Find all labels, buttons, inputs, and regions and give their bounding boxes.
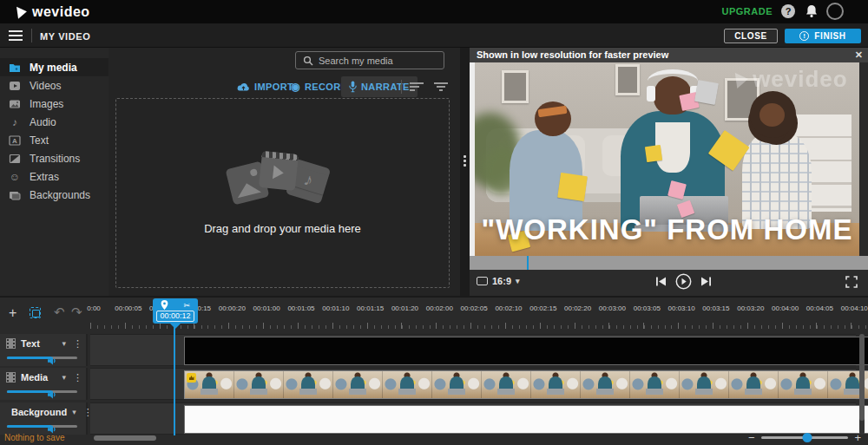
- volume-knob-icon[interactable]: [48, 387, 56, 402]
- ruler-label: 00:00:05: [115, 304, 141, 312]
- sidebar-item-extras[interactable]: ☺ Extras: [0, 167, 108, 186]
- vertical-scrollbar-thumb[interactable]: [859, 334, 865, 421]
- track-header-text: Text ▾ ⋮: [0, 334, 88, 366]
- zoom-in-icon[interactable]: +: [854, 432, 861, 443]
- upgrade-link[interactable]: UPGRADE: [721, 6, 773, 16]
- preview-panel: Shown in low resolution for faster previ…: [470, 48, 868, 296]
- ruler-label: 00:03:10: [668, 304, 695, 312]
- background-clip[interactable]: [184, 405, 868, 434]
- filter-icon[interactable]: [434, 82, 448, 91]
- zoom-slider-thumb[interactable]: [803, 433, 812, 442]
- wevideo-logo[interactable]: wevideo: [17, 4, 90, 20]
- help-icon[interactable]: ?: [781, 4, 795, 18]
- playhead-handle[interactable]: ✂ 00:00:12: [153, 298, 198, 324]
- avatar[interactable]: [826, 3, 844, 20]
- marker-pin-icon[interactable]: [161, 300, 168, 310]
- preview-controls: 16:9 ▾: [470, 270, 868, 296]
- kebab-menu-icon[interactable]: ⋮: [73, 338, 82, 350]
- volume-knob-icon[interactable]: [48, 353, 56, 369]
- preview-seekbar[interactable]: [470, 256, 868, 270]
- track-name: Media: [21, 372, 56, 383]
- sidebar-item-label: Extras: [30, 171, 59, 183]
- sidebar-item-my-media[interactable]: My media: [0, 58, 108, 76]
- track-volume-slider[interactable]: [7, 425, 77, 428]
- kebab-menu-icon[interactable]: ⋮: [73, 372, 82, 383]
- track-film-icon: [6, 372, 16, 383]
- watermark-text: wevideo: [753, 66, 848, 93]
- chevron-down-icon[interactable]: ▾: [72, 408, 76, 416]
- zoom-out-icon[interactable]: −: [748, 432, 755, 443]
- zoom-slider[interactable]: [761, 436, 849, 439]
- cloud-upload-icon: [237, 82, 250, 92]
- fullscreen-icon[interactable]: [845, 276, 858, 291]
- text-clip[interactable]: [184, 337, 868, 365]
- sidebar-item-backgrounds[interactable]: Backgrounds: [0, 186, 108, 204]
- transition-icon: [9, 153, 21, 165]
- media-thumbnail: [482, 371, 531, 398]
- text-icon: A: [9, 134, 21, 147]
- aspect-ratio-selector[interactable]: 16:9 ▾: [477, 276, 520, 286]
- sidebar-item-images[interactable]: Images: [0, 95, 108, 113]
- banner-text: Shown in low resolution for faster previ…: [477, 49, 668, 60]
- track-name: Text: [21, 338, 56, 349]
- split-scissors-icon[interactable]: ✂: [183, 301, 190, 310]
- kebab-menu-icon[interactable]: ⋮: [83, 407, 93, 418]
- seekbar-playhead[interactable]: [527, 256, 529, 270]
- previous-frame-button[interactable]: [655, 276, 667, 287]
- import-button[interactable]: IMPORT: [237, 76, 293, 97]
- bell-icon[interactable]: [806, 4, 818, 22]
- next-frame-button[interactable]: [700, 276, 712, 287]
- close-button[interactable]: CLOSE: [724, 29, 778, 43]
- sidebar-item-label: Videos: [30, 80, 61, 92]
- divider: [31, 29, 32, 43]
- track-header-media: Media ▾ ⋮: [0, 368, 88, 400]
- image-icon: [9, 98, 21, 110]
- track-volume-slider[interactable]: [7, 390, 77, 393]
- audio-note-icon: ♪: [9, 116, 21, 128]
- media-dropzone[interactable]: ♪ Drag and drop your media here: [115, 98, 450, 288]
- monitor-icon: [477, 277, 488, 285]
- sidebar-item-transitions[interactable]: Transitions: [0, 149, 108, 167]
- divider: [401, 80, 402, 94]
- chevron-down-icon[interactable]: ▾: [62, 373, 66, 382]
- search-input[interactable]: [319, 56, 437, 66]
- search-box: [295, 51, 444, 69]
- media-thumbnail: [432, 371, 482, 398]
- ruler-label: 00:03:20: [737, 304, 764, 312]
- playhead-line[interactable]: [174, 324, 175, 435]
- media-thumbnail: [383, 371, 432, 398]
- hamburger-menu-icon[interactable]: [9, 30, 23, 41]
- low-res-banner: Shown in low resolution for faster previ…: [470, 48, 868, 62]
- sticky-note: [558, 173, 589, 201]
- timeline-ruler[interactable]: 0:0000:00:0500:00:1000:00:1500:00:2000:0…: [0, 298, 868, 332]
- panel-resize-handle[interactable]: [460, 48, 470, 296]
- chevron-down-icon: ▾: [516, 277, 520, 285]
- track-volume-slider[interactable]: [7, 357, 77, 359]
- logo-text: wevideo: [32, 4, 90, 20]
- kid-right-face: [760, 103, 785, 127]
- ruler-label: 00:02:20: [564, 304, 591, 312]
- horizontal-scrollbar-thumb[interactable]: [94, 435, 156, 441]
- vertical-scrollbar: [859, 334, 865, 435]
- sticky-note: [645, 145, 662, 162]
- play-button[interactable]: [675, 273, 692, 290]
- chevron-down-icon[interactable]: ▾: [62, 339, 66, 348]
- ruler-label: 00:02:05: [461, 304, 488, 312]
- banner-close-icon[interactable]: ✕: [855, 48, 863, 62]
- sidebar-item-videos[interactable]: Videos: [0, 76, 108, 95]
- sidebar-item-audio[interactable]: ♪ Audio: [0, 113, 108, 131]
- title-text-overlay[interactable]: "WORKING" FROM HOME: [475, 213, 859, 246]
- sidebar-item-label: Transitions: [30, 153, 80, 165]
- narrate-button[interactable]: NARRATE: [341, 76, 418, 97]
- media-clip[interactable]: [184, 370, 868, 399]
- sidebar-item-text[interactable]: A Text: [0, 131, 108, 149]
- ruler-label: 00:04:05: [806, 304, 833, 312]
- video-preview-canvas[interactable]: wevideo "WORKING" FROM HOME: [475, 62, 859, 256]
- record-button[interactable]: ◉ RECORD: [291, 76, 348, 97]
- media-folder-icon: [9, 62, 21, 74]
- finish-button[interactable]: ! FINISH: [785, 29, 861, 43]
- sort-icon[interactable]: [410, 82, 424, 91]
- aspect-ratio-value: 16:9: [492, 276, 511, 286]
- dad-tshirt: [655, 122, 690, 173]
- ruler-label: 00:03:00: [599, 304, 626, 312]
